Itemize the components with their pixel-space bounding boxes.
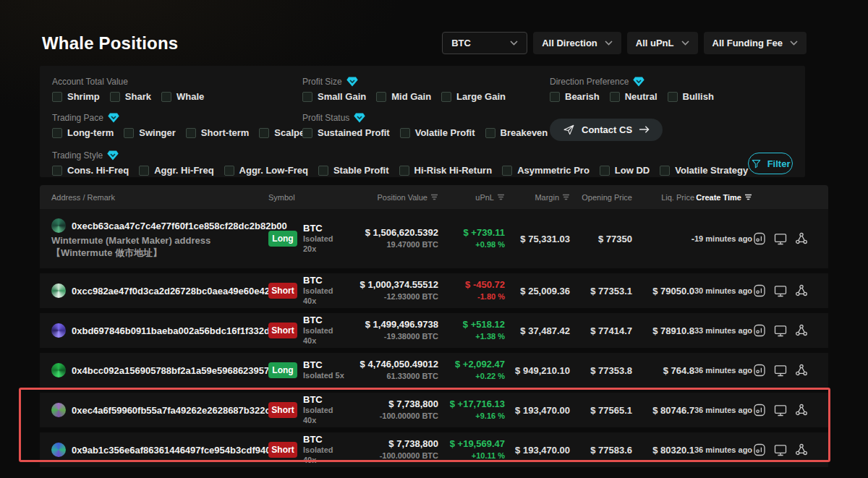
checkbox[interactable] xyxy=(110,92,120,102)
checkbox-option-stable-profit[interactable]: Stable Profit xyxy=(318,165,389,176)
checkbox-option-cons-hi-freq[interactable]: Cons. Hi-Freq xyxy=(52,165,129,176)
side-badge: Long xyxy=(268,362,297,378)
checkbox-option-mid-gain[interactable]: Mid Gain xyxy=(376,91,431,102)
opening-price: $ 77414.7 xyxy=(570,325,632,336)
checkbox-option-low-dd[interactable]: Low DD xyxy=(600,165,650,176)
monitor-icon[interactable] xyxy=(773,363,788,377)
checkbox[interactable] xyxy=(610,92,620,102)
checkbox[interactable] xyxy=(668,92,678,102)
funding-fee-select[interactable]: All Funding Fee xyxy=(704,32,807,54)
checkbox[interactable] xyxy=(139,166,149,176)
checkbox-option-aggr-low-freq[interactable]: Aggr. Low-Freq xyxy=(224,165,308,176)
checkbox[interactable] xyxy=(318,166,328,176)
checkbox-option-volatile-profit[interactable]: Volatile Profit xyxy=(400,127,475,138)
monitor-icon[interactable] xyxy=(773,403,788,417)
checkbox-option-swinger[interactable]: Swinger xyxy=(124,127,176,138)
liq-price: $ 79050.0 xyxy=(632,286,694,296)
checkbox[interactable] xyxy=(550,92,560,102)
monitor-icon[interactable] xyxy=(773,231,788,246)
checkbox[interactable] xyxy=(441,92,451,102)
checkbox-option-volatile-strategy[interactable]: Volatile Strategy xyxy=(660,165,748,176)
share-icon[interactable] xyxy=(794,231,809,246)
checkbox-option-scalper[interactable]: Scalper xyxy=(259,127,308,138)
checkbox-label: Mid Gain xyxy=(391,91,431,102)
whale-positions-page: Whale Positions BTC All Direction All uP… xyxy=(0,0,868,478)
share-icon[interactable] xyxy=(794,323,809,338)
chart-icon[interactable] xyxy=(752,283,767,298)
checkbox[interactable] xyxy=(600,166,610,176)
checkbox-option-short-term[interactable]: Short-term xyxy=(186,127,249,138)
checkbox[interactable] xyxy=(161,92,171,102)
monitor-icon[interactable] xyxy=(773,323,788,338)
address-text[interactable]: 0xbd697846b0911baeba002a56bdc16f1f332d45… xyxy=(72,325,289,336)
create-time: 36 minutes ago xyxy=(694,406,752,414)
checkbox-option-large-gain[interactable]: Large Gain xyxy=(441,91,506,102)
share-icon[interactable] xyxy=(794,403,809,417)
checkbox-option-bullish[interactable]: Bullish xyxy=(668,91,714,102)
checkbox[interactable] xyxy=(186,128,196,138)
checkbox-option-whale[interactable]: Whale xyxy=(161,91,204,102)
margin-value: $ 949,210.10 xyxy=(505,365,570,376)
address-text[interactable]: 0xec4a6f59960fb55a7fa49262e2628687b322cf… xyxy=(72,405,284,416)
side-badge: Short xyxy=(268,283,297,299)
checkbox-option-small-gain[interactable]: Small Gain xyxy=(302,91,366,102)
share-icon[interactable] xyxy=(794,283,809,298)
position-amount: -100.00000 BTC xyxy=(344,411,438,421)
col-header-margin[interactable]: Margin xyxy=(505,193,570,202)
checkbox-option-hi-risk-hi-return[interactable]: Hi-Risk Hi-Return xyxy=(399,165,493,176)
address-text[interactable]: 0xcc982ae47f0d3ca2d26728bc0aea49e60e42e9… xyxy=(72,286,292,296)
checkbox-label: Swinger xyxy=(139,127,176,138)
chart-icon[interactable] xyxy=(752,403,767,417)
checkbox-option-sustained-profit[interactable]: Sustained Profit xyxy=(302,127,390,138)
checkbox-option-bearish[interactable]: Bearish xyxy=(550,91,600,102)
sort-icon xyxy=(562,194,570,200)
checkbox[interactable] xyxy=(259,128,269,138)
contact-cs-button[interactable]: Contact CS xyxy=(550,119,663,141)
upnl-value: $ +19,569.47 xyxy=(438,438,505,451)
checkbox[interactable] xyxy=(52,166,62,176)
col-header-create-time[interactable]: Create Time xyxy=(694,193,752,202)
margin-mode: Isolated 40x xyxy=(303,326,344,346)
checkbox-option-shrimp[interactable]: Shrimp xyxy=(52,91,100,102)
checkbox[interactable] xyxy=(224,166,234,176)
checkbox[interactable] xyxy=(399,166,409,176)
checkbox[interactable] xyxy=(302,92,312,102)
monitor-icon[interactable] xyxy=(773,443,788,457)
filter-group-account-total-value: Account Total Value Shrimp Shark Whale xyxy=(52,75,302,111)
chart-icon[interactable] xyxy=(752,443,767,457)
monitor-icon[interactable] xyxy=(773,283,788,298)
direction-select[interactable]: All Direction xyxy=(533,32,621,54)
filter-button[interactable]: Filter xyxy=(748,153,793,174)
checkbox-option-asymmetric-pro[interactable]: Asymmetric Pro xyxy=(502,165,590,176)
margin-value: $ 193,470.00 xyxy=(505,405,570,416)
checkbox[interactable] xyxy=(660,166,670,176)
address-text[interactable]: 0x9ab1c356e6af86361446497fce954b3cdf9402… xyxy=(72,445,286,456)
share-icon[interactable] xyxy=(794,363,809,377)
checkbox-option-aggr-hi-freq[interactable]: Aggr. Hi-Freq xyxy=(139,165,213,176)
checkbox[interactable] xyxy=(124,128,134,138)
checkbox[interactable] xyxy=(485,128,495,138)
chart-icon[interactable] xyxy=(752,363,767,377)
upnl-select[interactable]: All uPnL xyxy=(627,32,698,54)
col-header-position-value[interactable]: Position Value xyxy=(344,193,438,202)
symbol-text: BTC xyxy=(303,223,344,234)
address-text[interactable]: 0xecb63caa47c7c4e77f60f1ce858cf28dc2b82b… xyxy=(72,221,287,231)
share-icon[interactable] xyxy=(794,443,809,457)
checkbox[interactable] xyxy=(400,128,410,138)
checkbox[interactable] xyxy=(502,166,512,176)
checkbox-option-long-term[interactable]: Long-term xyxy=(52,127,114,138)
checkbox[interactable] xyxy=(376,92,386,102)
symbol-text: BTC xyxy=(303,394,344,406)
chart-icon[interactable] xyxy=(752,231,767,246)
checkbox-option-breakeven[interactable]: Breakeven xyxy=(485,127,548,138)
checkbox[interactable] xyxy=(302,128,312,138)
checkbox-option-neutral[interactable]: Neutral xyxy=(610,91,658,102)
checkbox-option-shark[interactable]: Shark xyxy=(110,91,151,102)
checkbox[interactable] xyxy=(52,92,62,102)
address-text[interactable]: 0x4bcc092a156905788bf2a1a59e596862395721… xyxy=(72,365,291,376)
col-header-upnl[interactable]: uPnL xyxy=(438,193,505,202)
checkbox[interactable] xyxy=(52,128,62,138)
chart-icon[interactable] xyxy=(752,323,767,338)
symbol-select[interactable]: BTC xyxy=(442,32,527,54)
checkbox-label: Bullish xyxy=(683,91,714,102)
